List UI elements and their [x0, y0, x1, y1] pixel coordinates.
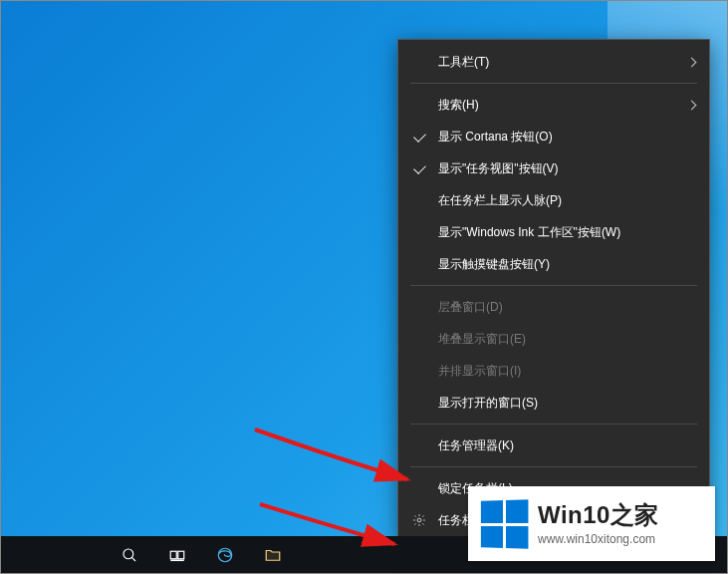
gear-icon — [412, 513, 438, 527]
menu-label: 并排显示窗口(I) — [438, 363, 679, 380]
menu-label: 搜索(H) — [438, 97, 679, 114]
menu-show-people[interactable]: 在任务栏上显示人脉(P) — [398, 184, 709, 216]
watermark-url: www.win10xitong.com — [538, 532, 659, 546]
menu-separator — [410, 424, 697, 425]
check-icon — [412, 166, 438, 171]
menu-label: 显示"任务视图"按钮(V) — [438, 160, 679, 177]
submenu-arrow-icon — [679, 59, 695, 66]
menu-show-touchkb[interactable]: 显示触摸键盘按钮(Y) — [398, 248, 709, 280]
watermark-title: Win10之家 — [538, 501, 659, 530]
watermark: Win10之家 www.win10xitong.com — [468, 486, 715, 561]
menu-cascade: 层叠窗口(D) — [398, 291, 709, 323]
submenu-arrow-icon — [679, 102, 695, 109]
svg-point-1 — [123, 549, 133, 559]
search-icon[interactable] — [106, 536, 153, 573]
svg-point-0 — [417, 518, 421, 522]
desktop[interactable]: 工具栏(T) 搜索(H) 显示 Cortana 按钮(O) 显示"任务视图"按钮… — [0, 0, 728, 574]
menu-label: 在任务栏上显示人脉(P) — [438, 192, 679, 209]
menu-separator — [410, 466, 697, 467]
menu-label: 工具栏(T) — [438, 54, 679, 71]
menu-label: 显示打开的窗口(S) — [438, 395, 679, 412]
file-explorer-icon[interactable] — [249, 536, 297, 573]
menu-separator — [410, 83, 697, 84]
menu-show-cortana[interactable]: 显示 Cortana 按钮(O) — [398, 121, 709, 152]
menu-sidebyside: 并排显示窗口(I) — [398, 355, 709, 387]
menu-separator — [410, 285, 697, 286]
task-view-icon[interactable] — [153, 536, 201, 573]
menu-label: 层叠窗口(D) — [438, 299, 679, 316]
menu-show-taskview[interactable]: 显示"任务视图"按钮(V) — [398, 152, 709, 184]
menu-label: 显示触摸键盘按钮(Y) — [438, 256, 679, 273]
svg-line-2 — [131, 557, 135, 561]
check-icon — [412, 135, 438, 140]
menu-label: 显示"Windows Ink 工作区"按钮(W) — [438, 224, 679, 241]
menu-stacked: 堆叠显示窗口(E) — [398, 323, 709, 355]
annotation-arrow — [250, 425, 419, 508]
edge-icon[interactable] — [201, 536, 249, 573]
menu-label: 任务管理器(K) — [438, 437, 679, 454]
menu-search[interactable]: 搜索(H) — [398, 89, 709, 121]
menu-show-ink[interactable]: 显示"Windows Ink 工作区"按钮(W) — [398, 216, 709, 248]
menu-label: 堆叠显示窗口(E) — [438, 331, 679, 348]
menu-toolbars[interactable]: 工具栏(T) — [398, 46, 709, 78]
svg-rect-4 — [178, 551, 184, 559]
menu-task-manager[interactable]: 任务管理器(K) — [398, 430, 709, 461]
svg-rect-3 — [170, 551, 176, 559]
windows-logo-icon — [481, 499, 529, 548]
menu-show-open-windows[interactable]: 显示打开的窗口(S) — [398, 387, 709, 419]
taskbar-context-menu: 工具栏(T) 搜索(H) 显示 Cortana 按钮(O) 显示"任务视图"按钮… — [398, 40, 709, 542]
menu-label: 显示 Cortana 按钮(O) — [438, 129, 679, 145]
